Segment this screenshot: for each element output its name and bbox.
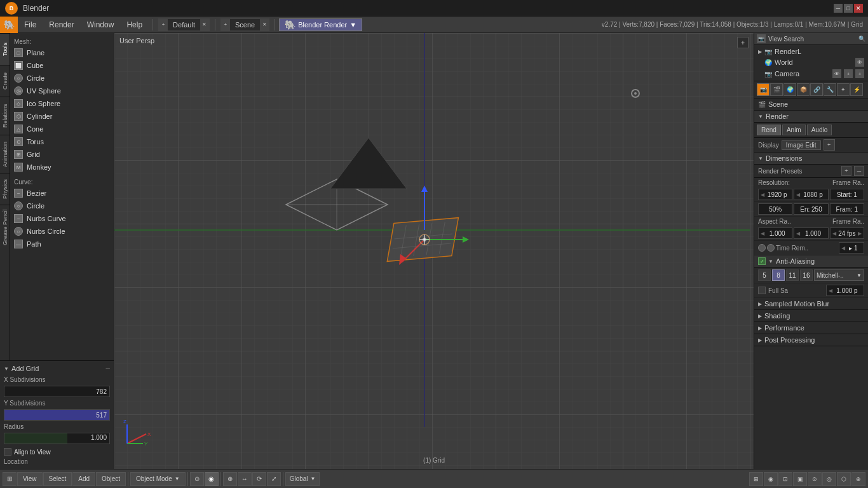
mesh-item-ico-sphere[interactable]: ◇ Ico Sphere bbox=[11, 97, 112, 110]
render-presets-remove-btn[interactable]: ─ bbox=[854, 166, 864, 176]
curve-item-nurbs-curve[interactable]: ~ Nurbs Curve bbox=[11, 212, 112, 225]
end-frame-input[interactable]: En: 250 bbox=[794, 203, 828, 215]
full-sample-checkbox[interactable] bbox=[758, 287, 766, 294]
post-processing-header[interactable]: ▶ Post Processing bbox=[754, 334, 868, 346]
extra3-btn[interactable]: ⊙ bbox=[808, 472, 822, 486]
display-extra-btn[interactable]: + bbox=[824, 139, 835, 151]
prop-icon-particles[interactable]: ✦ bbox=[837, 83, 850, 96]
outliner-render-item[interactable]: ▶ 📷 RenderL bbox=[754, 46, 868, 57]
camera-extra2-btn[interactable]: + bbox=[855, 69, 864, 78]
prop-icon-object[interactable]: 📦 bbox=[797, 83, 810, 96]
extra4-btn[interactable]: ◎ bbox=[822, 472, 836, 486]
from-frame-input[interactable]: Fram: 1 bbox=[830, 203, 864, 215]
menu-help[interactable]: Help bbox=[120, 17, 149, 33]
extra6-btn[interactable]: ⊕ bbox=[851, 472, 865, 486]
add-grid-collapse[interactable]: ─ bbox=[106, 365, 110, 372]
extra1-btn[interactable]: ⊡ bbox=[778, 472, 792, 486]
viewport-3d[interactable]: User Persp + X Y Z (1) Grid bbox=[114, 33, 754, 469]
time-val-input[interactable]: ◀ ▸ 1 bbox=[839, 242, 864, 254]
shading-solid-btn[interactable]: ◉ bbox=[205, 472, 219, 486]
mesh-item-uv-sphere[interactable]: ◎ UV Sphere bbox=[11, 85, 112, 97]
menu-render[interactable]: Render bbox=[43, 17, 80, 33]
render-engine-selector[interactable]: 🐘 Blender Render ▼ bbox=[279, 18, 362, 31]
transform-pivot-btn[interactable]: ⊕ bbox=[223, 472, 237, 486]
outliner-world-item[interactable]: 🌍 World 👁 bbox=[754, 57, 868, 68]
viewport-add-btn[interactable]: + bbox=[737, 37, 749, 48]
mesh-item-circle[interactable]: ○ Circle bbox=[11, 72, 112, 85]
global-selector[interactable]: Global ▼ bbox=[285, 472, 320, 486]
aa-num-16[interactable]: 16 bbox=[800, 269, 813, 281]
toolbar-select-btn[interactable]: Select bbox=[43, 472, 72, 486]
curve-item-nurbs-circle[interactable]: ○ Nurbs Circle bbox=[11, 225, 112, 238]
mesh-item-cube[interactable]: ⬜ Cube bbox=[11, 59, 112, 72]
aa-num-11[interactable]: 11 bbox=[786, 269, 799, 281]
mesh-item-monkey[interactable]: M Monkey bbox=[11, 161, 112, 173]
side-tab-animation[interactable]: Animation bbox=[0, 135, 10, 173]
toolbar-add-btn[interactable]: Add bbox=[72, 472, 95, 486]
aa-section-header[interactable]: ✓ ▼ Anti-Aliasing bbox=[754, 255, 868, 268]
proportional-btn[interactable]: ⤢ bbox=[267, 472, 281, 486]
full-sample-input[interactable]: ◀ 1.000 p bbox=[826, 285, 864, 296]
maximize-button[interactable]: □ bbox=[844, 4, 853, 13]
snap-btn[interactable]: ⊞ bbox=[749, 472, 763, 486]
prop-icon-physics[interactable]: ⚡ bbox=[850, 83, 863, 96]
aa-checkbox[interactable]: ✓ bbox=[758, 257, 766, 265]
curve-item-circle[interactable]: ○ Circle bbox=[11, 200, 112, 212]
mesh-item-grid[interactable]: ⊞ Grid bbox=[11, 148, 112, 161]
menu-file[interactable]: File bbox=[18, 17, 43, 33]
side-tab-tools[interactable]: Tools bbox=[0, 33, 10, 65]
transform-manip-btn[interactable]: ⟳ bbox=[252, 472, 266, 486]
prop-icon-scene[interactable]: 🎬 bbox=[770, 83, 783, 96]
snap2-btn[interactable]: ◉ bbox=[764, 472, 778, 486]
render-tab-anim[interactable]: Anim bbox=[782, 125, 806, 135]
scene-selector[interactable]: + Scene ✕ bbox=[220, 18, 269, 31]
close-button[interactable]: ✕ bbox=[854, 4, 863, 13]
mesh-item-plane[interactable]: □ Plane bbox=[11, 46, 112, 59]
side-tab-create[interactable]: Create bbox=[0, 65, 10, 97]
side-tab-physics[interactable]: Physics bbox=[0, 173, 10, 205]
toolbar-view-btn[interactable]: View bbox=[17, 472, 43, 486]
render-section-header[interactable]: ▼ Render bbox=[754, 111, 868, 123]
toolbar-view-icon[interactable]: ⊞ bbox=[3, 472, 17, 486]
workspace-right-btn[interactable]: ✕ bbox=[200, 18, 209, 31]
view-search-input-icon[interactable]: 🔍 bbox=[858, 36, 865, 42]
y-subdivisions-input[interactable] bbox=[4, 409, 110, 421]
curve-item-bezier[interactable]: ~ Bezier bbox=[11, 187, 112, 200]
render-presets-add-btn[interactable]: + bbox=[841, 166, 851, 176]
aspect-x-input[interactable]: ◀ 1.000 bbox=[758, 227, 792, 239]
performance-header[interactable]: ▶ Performance bbox=[754, 322, 868, 334]
workspace-left-btn[interactable]: + bbox=[159, 18, 168, 31]
render-tab-audio[interactable]: Audio bbox=[807, 125, 832, 135]
mesh-item-cone[interactable]: △ Cone bbox=[11, 123, 112, 135]
render-tab-rend[interactable]: Rend bbox=[757, 125, 781, 135]
menu-window[interactable]: Window bbox=[81, 17, 121, 33]
side-tab-grease-pencil[interactable]: Grease Pencil bbox=[0, 205, 10, 249]
transform-orient-btn[interactable]: ↔ bbox=[238, 472, 252, 486]
res-x-input[interactable]: ◀ 1920 p bbox=[758, 189, 792, 200]
extra2-btn[interactable]: ▣ bbox=[793, 472, 807, 486]
aa-num-8[interactable]: 8 bbox=[772, 269, 785, 281]
x-subdivisions-input[interactable] bbox=[4, 386, 110, 397]
align-to-view-checkbox[interactable] bbox=[4, 448, 11, 456]
aa-num-5[interactable]: 5 bbox=[758, 269, 771, 281]
image-edit-btn[interactable]: Image Edit bbox=[782, 140, 821, 150]
prop-icon-world[interactable]: 🌍 bbox=[783, 83, 796, 96]
prop-icon-constraint[interactable]: 🔗 bbox=[810, 83, 823, 96]
camera-visibility-btn[interactable]: 👁 bbox=[832, 69, 841, 78]
blender-logo-btn[interactable]: 🐘 bbox=[0, 17, 18, 33]
fps-input[interactable]: ◀ 24 fps ▶ bbox=[830, 227, 864, 239]
object-mode-selector[interactable]: Object Mode ▼ bbox=[130, 472, 186, 486]
dimensions-section-header[interactable]: ▼ Dimensions bbox=[754, 152, 868, 165]
curve-item-path[interactable]: — Path bbox=[11, 238, 112, 250]
workspace-selector[interactable]: + Default ✕ bbox=[158, 18, 210, 31]
shading-wire-btn[interactable]: ⊙ bbox=[190, 472, 204, 486]
aspect-y-input[interactable]: ◀ 1.000 bbox=[794, 227, 828, 239]
extra5-btn[interactable]: ⬡ bbox=[837, 472, 851, 486]
res-pct-input[interactable]: 50% bbox=[758, 203, 792, 215]
shading-header[interactable]: ▶ Shading bbox=[754, 310, 868, 322]
mesh-item-torus[interactable]: ⊙ Torus bbox=[11, 135, 112, 148]
mesh-item-cylinder[interactable]: ⬡ Cylinder bbox=[11, 110, 112, 123]
toolbar-object-btn[interactable]: Object bbox=[96, 472, 126, 486]
sampled-motion-header[interactable]: ▶ Sampled Motion Blur bbox=[754, 298, 868, 310]
prop-icon-modifier[interactable]: 🔧 bbox=[824, 83, 836, 96]
